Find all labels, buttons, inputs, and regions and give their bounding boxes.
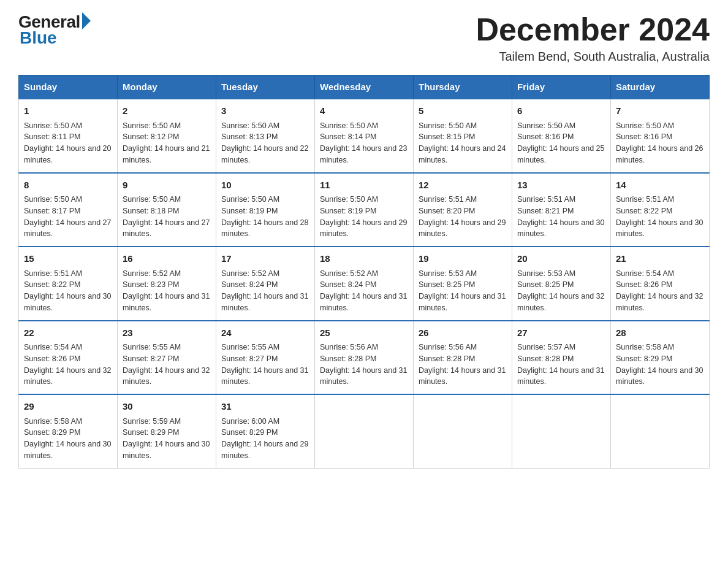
location-subtitle: Tailem Bend, South Australia, Australia <box>476 50 710 64</box>
calendar-body: 1 Sunrise: 5:50 AMSunset: 8:11 PMDayligh… <box>19 99 710 468</box>
day-number: 24 <box>221 326 309 340</box>
day-number: 9 <box>123 178 211 193</box>
day-cell: 29 Sunrise: 5:58 AMSunset: 8:29 PMDaylig… <box>19 394 118 468</box>
day-info: Sunrise: 5:54 AMSunset: 8:26 PMDaylight:… <box>616 269 703 312</box>
day-number: 4 <box>320 104 408 118</box>
day-info: Sunrise: 5:50 AMSunset: 8:18 PMDaylight:… <box>123 195 210 238</box>
header-saturday: Saturday <box>611 75 710 99</box>
week-row-4: 22 Sunrise: 5:54 AMSunset: 8:26 PMDaylig… <box>19 321 710 395</box>
day-number: 1 <box>24 104 112 118</box>
day-cell: 19 Sunrise: 5:53 AMSunset: 8:25 PMDaylig… <box>414 247 512 321</box>
week-row-5: 29 Sunrise: 5:58 AMSunset: 8:29 PMDaylig… <box>19 394 710 468</box>
day-info: Sunrise: 5:58 AMSunset: 8:29 PMDaylight:… <box>24 417 111 460</box>
day-info: Sunrise: 5:50 AMSunset: 8:16 PMDaylight:… <box>616 121 703 164</box>
day-cell: 7 Sunrise: 5:50 AMSunset: 8:16 PMDayligh… <box>611 99 710 173</box>
day-number: 16 <box>123 252 211 266</box>
day-number: 6 <box>517 104 605 118</box>
day-info: Sunrise: 5:50 AMSunset: 8:14 PMDaylight:… <box>320 121 407 164</box>
day-cell: 9 Sunrise: 5:50 AMSunset: 8:18 PMDayligh… <box>118 173 216 247</box>
day-info: Sunrise: 5:50 AMSunset: 8:19 PMDaylight:… <box>320 195 407 238</box>
day-info: Sunrise: 5:57 AMSunset: 8:28 PMDaylight:… <box>517 343 604 386</box>
day-cell: 6 Sunrise: 5:50 AMSunset: 8:16 PMDayligh… <box>512 99 611 173</box>
day-info: Sunrise: 5:51 AMSunset: 8:22 PMDaylight:… <box>616 195 703 238</box>
day-number: 14 <box>616 178 704 193</box>
day-info: Sunrise: 5:50 AMSunset: 8:15 PMDaylight:… <box>419 121 506 164</box>
day-cell: 10 Sunrise: 5:50 AMSunset: 8:19 PMDaylig… <box>216 173 315 247</box>
month-title: December 2024 <box>476 12 710 47</box>
day-cell: 21 Sunrise: 5:54 AMSunset: 8:26 PMDaylig… <box>611 247 710 321</box>
day-cell: 12 Sunrise: 5:51 AMSunset: 8:20 PMDaylig… <box>414 173 512 247</box>
day-number: 7 <box>616 104 704 118</box>
header-monday: Monday <box>118 75 216 99</box>
day-cell <box>414 394 512 468</box>
day-info: Sunrise: 5:50 AMSunset: 8:16 PMDaylight:… <box>517 121 604 164</box>
day-info: Sunrise: 5:51 AMSunset: 8:20 PMDaylight:… <box>419 195 506 238</box>
day-info: Sunrise: 5:53 AMSunset: 8:25 PMDaylight:… <box>419 269 506 312</box>
day-cell: 27 Sunrise: 5:57 AMSunset: 8:28 PMDaylig… <box>512 321 611 395</box>
day-number: 15 <box>24 252 112 266</box>
logo-blue-text: Blue <box>18 28 57 48</box>
day-number: 21 <box>616 252 704 266</box>
day-number: 20 <box>517 252 605 266</box>
day-info: Sunrise: 5:55 AMSunset: 8:27 PMDaylight:… <box>123 343 210 386</box>
day-info: Sunrise: 5:50 AMSunset: 8:19 PMDaylight:… <box>221 195 308 238</box>
day-info: Sunrise: 5:50 AMSunset: 8:12 PMDaylight:… <box>123 121 210 164</box>
day-number: 17 <box>221 252 309 266</box>
logo-arrow-icon <box>82 12 91 29</box>
title-block: December 2024 Tailem Bend, South Austral… <box>476 12 710 64</box>
day-info: Sunrise: 5:52 AMSunset: 8:24 PMDaylight:… <box>221 269 308 312</box>
day-number: 30 <box>123 400 211 414</box>
day-number: 19 <box>419 252 507 266</box>
day-info: Sunrise: 5:56 AMSunset: 8:28 PMDaylight:… <box>320 343 407 386</box>
page-header: General Blue December 2024 Tailem Bend, … <box>18 12 710 64</box>
day-info: Sunrise: 5:52 AMSunset: 8:24 PMDaylight:… <box>320 269 407 312</box>
day-number: 27 <box>517 326 605 340</box>
day-cell: 26 Sunrise: 5:56 AMSunset: 8:28 PMDaylig… <box>414 321 512 395</box>
day-number: 18 <box>320 252 408 266</box>
day-info: Sunrise: 5:50 AMSunset: 8:11 PMDaylight:… <box>24 121 111 164</box>
calendar-table: SundayMondayTuesdayWednesdayThursdayFrid… <box>18 75 710 469</box>
day-cell <box>512 394 611 468</box>
day-cell: 13 Sunrise: 5:51 AMSunset: 8:21 PMDaylig… <box>512 173 611 247</box>
day-cell: 2 Sunrise: 5:50 AMSunset: 8:12 PMDayligh… <box>118 99 216 173</box>
day-number: 8 <box>24 178 112 193</box>
header-sunday: Sunday <box>19 75 118 99</box>
day-info: Sunrise: 5:52 AMSunset: 8:23 PMDaylight:… <box>123 269 210 312</box>
day-cell: 23 Sunrise: 5:55 AMSunset: 8:27 PMDaylig… <box>118 321 216 395</box>
day-number: 13 <box>517 178 605 193</box>
day-cell: 14 Sunrise: 5:51 AMSunset: 8:22 PMDaylig… <box>611 173 710 247</box>
day-cell: 11 Sunrise: 5:50 AMSunset: 8:19 PMDaylig… <box>315 173 414 247</box>
logo: General Blue <box>18 12 91 48</box>
day-number: 28 <box>616 326 704 340</box>
header-row: SundayMondayTuesdayWednesdayThursdayFrid… <box>19 75 710 99</box>
day-number: 10 <box>221 178 309 193</box>
header-thursday: Thursday <box>414 75 512 99</box>
day-cell: 17 Sunrise: 5:52 AMSunset: 8:24 PMDaylig… <box>216 247 315 321</box>
day-info: Sunrise: 5:51 AMSunset: 8:21 PMDaylight:… <box>517 195 604 238</box>
day-cell: 18 Sunrise: 5:52 AMSunset: 8:24 PMDaylig… <box>315 247 414 321</box>
day-cell: 15 Sunrise: 5:51 AMSunset: 8:22 PMDaylig… <box>19 247 118 321</box>
day-cell: 20 Sunrise: 5:53 AMSunset: 8:25 PMDaylig… <box>512 247 611 321</box>
day-cell: 31 Sunrise: 6:00 AMSunset: 8:29 PMDaylig… <box>216 394 315 468</box>
header-tuesday: Tuesday <box>216 75 315 99</box>
day-info: Sunrise: 6:00 AMSunset: 8:29 PMDaylight:… <box>221 417 308 460</box>
day-cell: 8 Sunrise: 5:50 AMSunset: 8:17 PMDayligh… <box>19 173 118 247</box>
day-cell <box>315 394 414 468</box>
day-info: Sunrise: 5:58 AMSunset: 8:29 PMDaylight:… <box>616 343 703 386</box>
day-info: Sunrise: 5:59 AMSunset: 8:29 PMDaylight:… <box>123 417 210 460</box>
day-info: Sunrise: 5:53 AMSunset: 8:25 PMDaylight:… <box>517 269 604 312</box>
day-cell: 25 Sunrise: 5:56 AMSunset: 8:28 PMDaylig… <box>315 321 414 395</box>
header-friday: Friday <box>512 75 611 99</box>
week-row-3: 15 Sunrise: 5:51 AMSunset: 8:22 PMDaylig… <box>19 247 710 321</box>
day-info: Sunrise: 5:56 AMSunset: 8:28 PMDaylight:… <box>419 343 506 386</box>
day-cell: 22 Sunrise: 5:54 AMSunset: 8:26 PMDaylig… <box>19 321 118 395</box>
day-number: 31 <box>221 400 309 414</box>
week-row-2: 8 Sunrise: 5:50 AMSunset: 8:17 PMDayligh… <box>19 173 710 247</box>
day-info: Sunrise: 5:55 AMSunset: 8:27 PMDaylight:… <box>221 343 308 386</box>
day-cell: 16 Sunrise: 5:52 AMSunset: 8:23 PMDaylig… <box>118 247 216 321</box>
day-number: 22 <box>24 326 112 340</box>
day-info: Sunrise: 5:50 AMSunset: 8:13 PMDaylight:… <box>221 121 308 164</box>
day-cell <box>611 394 710 468</box>
day-number: 3 <box>221 104 309 118</box>
day-number: 11 <box>320 178 408 193</box>
